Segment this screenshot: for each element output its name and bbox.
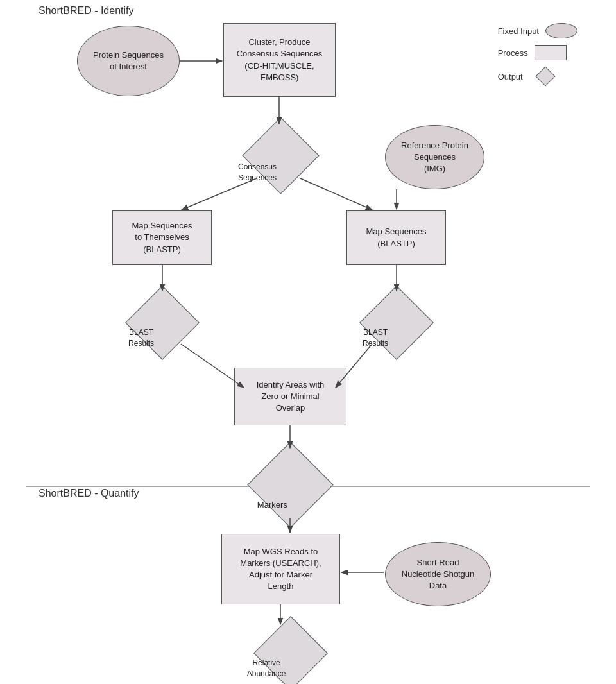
section-identify-label: ShortBRED - Identify — [38, 5, 134, 17]
relative-abundance-label: RelativeAbundance — [246, 658, 286, 678]
consensus-sequences-wrap: ConsensusSequences — [237, 125, 324, 186]
markers-label: Markers — [257, 499, 287, 508]
blast-results-right-label: BLASTResults — [363, 328, 388, 348]
legend-rect-shape — [535, 45, 567, 60]
protein-sequences-ellipse: Protein Sequencesof Interest — [77, 26, 180, 96]
short-read-ellipse: Short ReadNucleotide ShotgunData — [385, 542, 491, 606]
legend-fixed-input-label: Fixed Input — [498, 26, 539, 36]
legend: Fixed Input Process Output — [498, 23, 578, 86]
markers-diamond: Markers — [247, 441, 333, 527]
legend-output-label: Output — [498, 72, 523, 81]
map-themselves-label: Map Sequencesto Themselves(BLASTP) — [132, 220, 193, 255]
map-wgs-label: Map WGS Reads toMarkers (USEARCH),Adjust… — [240, 546, 321, 593]
legend-diamond-shape — [535, 66, 555, 86]
legend-fixed-input: Fixed Input — [498, 23, 578, 38]
relative-abundance-diamond: RelativeAbundance — [253, 616, 328, 684]
blast-results-right-diamond: BLASTResults — [359, 286, 434, 360]
map-wgs-box: Map WGS Reads toMarkers (USEARCH),Adjust… — [221, 534, 340, 604]
reference-protein-ellipse: Reference ProteinSequences(IMG) — [385, 125, 484, 189]
blast-results-right-wrap: BLASTResults — [346, 292, 446, 353]
identify-areas-label: Identify Areas withZero or MinimalOverla… — [257, 379, 325, 415]
blast-results-left-diamond: BLASTResults — [125, 286, 200, 360]
map-sequences-box: Map Sequences(BLASTP) — [346, 210, 446, 265]
diagram-container: ShortBRED - Identify Fixed Input Process… — [0, 0, 616, 684]
relative-abundance-wrap: RelativeAbundance — [234, 626, 346, 680]
map-sequences-label: Map Sequences(BLASTP) — [366, 226, 427, 249]
protein-sequences-label: Protein Sequencesof Interest — [93, 49, 164, 73]
map-themselves-box: Map Sequencesto Themselves(BLASTP) — [112, 210, 212, 265]
consensus-sequences-label: ConsensusSequences — [238, 162, 277, 182]
blast-results-left-label: BLASTResults — [128, 328, 154, 348]
cluster-produce-label: Cluster, ProduceConsensus Sequences(CD-H… — [237, 37, 323, 83]
reference-protein-label: Reference ProteinSequences(IMG) — [401, 140, 468, 175]
consensus-sequences-diamond: ConsensusSequences — [242, 117, 319, 194]
legend-process: Process — [498, 45, 578, 60]
markers-wrap: Markers — [237, 449, 343, 520]
legend-ellipse-shape — [545, 23, 578, 38]
identify-areas-box: Identify Areas withZero or MinimalOverla… — [234, 368, 346, 425]
cluster-produce-box: Cluster, ProduceConsensus Sequences(CD-H… — [223, 23, 336, 97]
legend-diamond-wrap — [529, 67, 561, 86]
section-quantify-label: ShortBRED - Quantify — [38, 488, 139, 499]
short-read-label: Short ReadNucleotide ShotgunData — [402, 557, 474, 592]
legend-output: Output — [498, 67, 578, 86]
legend-process-label: Process — [498, 48, 528, 58]
blast-results-left-wrap: BLASTResults — [112, 292, 212, 353]
